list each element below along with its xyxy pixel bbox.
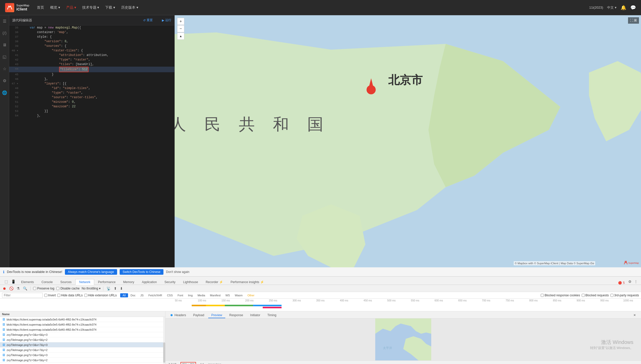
request-row-blob1[interactable]: 🖼 blob:https://iclient.supermap.io/ada5c… xyxy=(0,317,165,322)
notifications-icon[interactable]: 🔔 xyxy=(621,5,626,10)
disable-cache-input[interactable] xyxy=(56,287,59,290)
sidebar-bookmark-icon[interactable]: ☆ xyxy=(1,65,8,73)
nav-history[interactable]: 历史版本 ▾ xyxy=(121,5,138,10)
preview-tab-preview[interactable]: Preview xyxy=(208,313,225,318)
request-row-blob2[interactable]: 🖼 blob:https://iclient.supermap.io/ada5c… xyxy=(0,322,165,327)
blocked-response-cookies-checkbox[interactable]: Blocked response cookies xyxy=(541,294,580,297)
reset-button[interactable]: ↺ 重置 xyxy=(143,18,153,22)
user-icon[interactable]: 💬 xyxy=(630,5,636,10)
hide-data-urls-checkbox[interactable]: Hide data URLs xyxy=(57,294,83,297)
close-panel-button[interactable]: ✕ xyxy=(630,313,639,318)
search-button[interactable]: 🔍 xyxy=(22,286,28,291)
devtools-more-icon[interactable]: ⋮ xyxy=(633,279,639,285)
nav-download[interactable]: 下载 ▾ xyxy=(105,5,115,10)
filter-input[interactable] xyxy=(2,293,43,298)
run-button[interactable]: ▶ 运行 xyxy=(162,18,171,22)
filter-wasm[interactable]: Wasm xyxy=(232,293,245,297)
tab-recorder[interactable]: Recorder ⚡ xyxy=(202,279,227,285)
blocked-requests-checkbox[interactable]: Blocked requests xyxy=(582,294,609,297)
tab-performance[interactable]: Performance xyxy=(94,279,119,285)
tab-performance-insights[interactable]: Performance insights ⚡ xyxy=(227,279,268,285)
filter-font[interactable]: Font xyxy=(175,293,186,297)
zoom-in-button[interactable]: + xyxy=(177,18,184,25)
language-selector[interactable]: 中文 ▾ xyxy=(607,5,617,10)
export-har-icon[interactable]: ⬆ xyxy=(113,286,117,291)
record-button[interactable]: ⏺ xyxy=(2,286,7,291)
sidebar-monitor-icon[interactable]: 🖥 xyxy=(1,41,8,49)
reset-bearing-button[interactable]: ▲ xyxy=(177,33,184,40)
filter-css[interactable]: CSS xyxy=(165,293,175,297)
sidebar-globe-icon[interactable]: 🌐 xyxy=(1,89,9,97)
disable-cache-checkbox[interactable]: Disable cache xyxy=(56,287,79,290)
filter-doc[interactable]: Doc xyxy=(128,293,138,297)
nav-products[interactable]: 产品 ▾ xyxy=(66,5,76,10)
always-match-language-button[interactable]: Always match Chrome's language xyxy=(65,269,117,275)
tab-elements[interactable]: Elements xyxy=(17,279,38,285)
expand-icon: ⛶ 展 xyxy=(630,19,637,22)
filter-js[interactable]: JS xyxy=(138,293,146,297)
filter-button[interactable]: ⚗ xyxy=(16,286,20,291)
logo[interactable]: SuperMap iClient xyxy=(5,3,29,12)
hide-ext-urls-input[interactable] xyxy=(84,294,87,297)
svg-text:北京市: 北京市 xyxy=(388,74,423,86)
blocked-requests-input[interactable] xyxy=(582,294,585,297)
preview-tab-initiator[interactable]: Initiator xyxy=(247,313,263,318)
filter-all[interactable]: All xyxy=(120,293,128,297)
invert-input[interactable] xyxy=(44,294,47,297)
preserve-log-input[interactable] xyxy=(33,287,36,290)
expand-button[interactable]: ⛶ 展 xyxy=(628,17,639,24)
nav-home[interactable]: 首页 xyxy=(37,5,44,10)
sidebar-settings-icon[interactable]: ⚙ xyxy=(1,77,8,85)
switch-to-chinese-button[interactable]: Switch DevTools to Chinese xyxy=(120,269,164,275)
network-conditions-icon[interactable]: 📡 xyxy=(106,286,111,291)
sidebar-layers-icon[interactable]: ◱ xyxy=(1,53,8,61)
preview-tab-timing[interactable]: Timing xyxy=(264,313,280,318)
tab-application[interactable]: Application xyxy=(138,279,161,285)
code-editor[interactable]: 35 var map = new mapboxgl.Map({ 36 conta… xyxy=(9,25,174,267)
preserve-log-checkbox[interactable]: Preserve log xyxy=(33,287,54,290)
requests-table[interactable]: 🖼 blob:https://iclient.supermap.io/ada5c… xyxy=(0,317,165,364)
devtools-inspect-icon[interactable]: ⬚ xyxy=(3,279,9,285)
sidebar-menu-icon[interactable]: ☰ xyxy=(1,17,8,25)
nav-tech[interactable]: 技术专题 ▾ xyxy=(82,5,99,10)
clear-button[interactable]: 🚫 xyxy=(9,286,14,291)
tab-network[interactable]: Network xyxy=(75,279,94,285)
request-row-tile3-selected[interactable]: 🖼 zxyTileImage.png?z=3&x=7&y=3 xyxy=(0,342,165,347)
request-row-tile1[interactable]: 🖼 zxyTileImage.png?z=3&x=6&y=3 xyxy=(0,332,165,337)
tab-memory[interactable]: Memory xyxy=(119,279,138,285)
request-row-feature[interactable]: ⚙ featureResults.json?fromIndex=0&toInde… xyxy=(0,363,165,364)
third-party-input[interactable] xyxy=(610,294,614,297)
request-row-tile6[interactable]: 🖼 zxyTileImage.png?z=3&x=5&y=2 xyxy=(0,358,165,363)
invert-filter-checkbox[interactable]: Invert xyxy=(44,294,56,297)
dont-show-again-button[interactable]: Don't show again xyxy=(166,270,189,274)
throttling-select[interactable]: No throttling ▾ xyxy=(82,287,101,290)
hide-data-urls-input[interactable] xyxy=(57,294,60,297)
hide-ext-urls-checkbox[interactable]: Hide extension URLs xyxy=(84,294,117,297)
request-row-tile5[interactable]: 🖼 zxyTileImage.png?z=3&x=5&y=3 xyxy=(0,353,165,358)
filter-other[interactable]: Other xyxy=(245,293,257,297)
requests-scrollbar-thumb[interactable] xyxy=(163,342,165,363)
filter-img[interactable]: Img xyxy=(186,293,195,297)
filter-fetch-xhr[interactable]: Fetch/XHR xyxy=(146,293,164,297)
tab-lighthouse[interactable]: Lighthouse xyxy=(179,279,202,285)
devtools-device-icon[interactable]: 📱 xyxy=(10,279,16,285)
preview-tab-payload[interactable]: Payload xyxy=(190,313,207,318)
devtools-settings-icon[interactable]: ⚙ xyxy=(627,279,633,285)
filter-media[interactable]: Media xyxy=(195,293,207,297)
tab-security[interactable]: Security xyxy=(161,279,179,285)
preview-tab-headers[interactable]: Headers xyxy=(168,313,189,318)
blocked-cookies-input[interactable] xyxy=(541,294,544,297)
request-row-blob3[interactable]: 🖼 blob:https://iclient.supermap.io/ada5c… xyxy=(0,327,165,332)
preview-tab-response[interactable]: Response xyxy=(226,313,246,318)
nav-overview[interactable]: 概览 ▾ xyxy=(50,5,60,10)
import-har-icon[interactable]: ⬇ xyxy=(119,286,123,291)
request-row-tile2[interactable]: 🖼 zxyTileImage.png?z=3&x=6&y=2 xyxy=(0,337,165,342)
zoom-out-button[interactable]: − xyxy=(177,25,184,32)
filter-manifest[interactable]: Manifest xyxy=(208,293,223,297)
filter-ws[interactable]: WS xyxy=(223,293,232,297)
request-row-tile4[interactable]: 🖼 zxyTileImage.png?z=3&x=7&y=2 xyxy=(0,347,165,353)
tab-sources[interactable]: Sources xyxy=(57,279,75,285)
tab-console[interactable]: Console xyxy=(38,279,57,285)
sidebar-code-icon[interactable]: ⟨/⟩ xyxy=(1,29,8,37)
third-party-requests-checkbox[interactable]: 3rd-party requests xyxy=(610,294,639,297)
